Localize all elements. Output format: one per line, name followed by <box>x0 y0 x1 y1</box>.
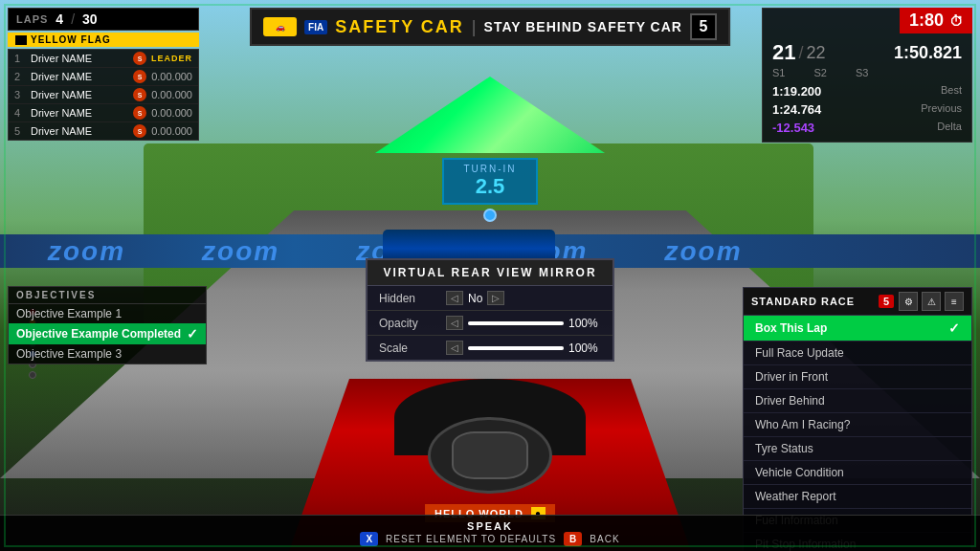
safety-car-banner: 🚗 FIA SAFETY CAR | STAY BEHIND SAFETY CA… <box>250 8 730 46</box>
arrow-left-scale-icon[interactable]: ◁ <box>446 341 463 355</box>
pos-badge: S <box>133 52 146 65</box>
mfd-item-label: Box This Lap <box>755 321 827 335</box>
mirror-scale-row: Scale ◁ 100% <box>368 336 612 360</box>
laps-total: 30 <box>82 11 98 27</box>
position-display: 21 / 22 1:50.821 <box>772 40 962 65</box>
zoom-text-2: zoom <box>202 236 279 267</box>
turnin-arrow <box>346 77 634 153</box>
position-table: 1 Driver NAME S LEADER 2 Driver NAME S 0… <box>8 49 199 141</box>
turnin-value: 2.5 <box>463 174 516 199</box>
mfd-badge: 5 <box>879 295 894 308</box>
lap-time: 1:50.821 <box>894 43 962 63</box>
fia-logo: FIA <box>304 20 327 34</box>
delta-label: Delta <box>937 121 962 135</box>
stay-behind-text: STAY BEHIND SAFETY CAR <box>484 19 682 34</box>
mfd-item-full-race-update[interactable]: Full Race Update <box>744 342 971 365</box>
arrow-left-opacity-icon[interactable]: ◁ <box>446 316 463 330</box>
arrow-right-icon[interactable]: ▷ <box>487 291 504 305</box>
pos-time: 0.00.000 <box>151 125 192 137</box>
arrow-left-icon[interactable]: ◁ <box>446 291 463 305</box>
pos-name: Driver NAME <box>31 71 128 82</box>
scale-slider[interactable] <box>468 346 564 350</box>
laps-bar: LAPS 4 / 30 <box>8 8 199 31</box>
bottom-bar: SPEAK X RESET ELEMENT TO DEFAULTS B BACK <box>0 515 980 551</box>
objective-label-3: Objective Example 3 <box>16 347 122 361</box>
timing-row-delta: -12.543 Delta <box>772 119 962 137</box>
objectives-panel: OBJECTIVES Objective Example 1 Objective… <box>8 286 207 364</box>
timing-row-best: 1:19.200 Best <box>772 82 962 100</box>
opacity-slider[interactable] <box>468 321 564 325</box>
divider: | <box>472 17 477 37</box>
zoom-text-5: zoom <box>664 236 742 267</box>
lap-count-badge: 5 <box>690 13 717 40</box>
table-row: 4 Driver NAME S 0.00.000 <box>9 104 198 122</box>
mfd-item-vehicle-condition[interactable]: Vehicle Condition <box>744 461 971 485</box>
mfd-check-icon: ✓ <box>948 320 960 336</box>
pos-time: 0.00.000 <box>151 107 192 119</box>
pos-badge: S <box>133 124 146 138</box>
mfd-item-tyre-status[interactable]: Tyre Status <box>744 437 971 461</box>
scale-value: 100% <box>568 342 598 355</box>
position-total: 22 <box>807 43 826 63</box>
pos-time: 0.00.000 <box>151 71 192 82</box>
yellow-flag-label: YELLOW FLAG <box>31 34 111 45</box>
mirror-modal: VIRTUAL REAR VIEW MIRROR Hidden ◁ No ▷ O… <box>366 258 614 362</box>
back-label: BACK <box>590 534 619 544</box>
mfd-icon-warning[interactable]: ⚠ <box>922 292 941 311</box>
laps-divider: / <box>71 11 75 27</box>
timer-value: 1:80 <box>909 11 944 31</box>
reset-label: RESET ELEMENT TO DEFAULTS <box>386 534 556 544</box>
btn-x[interactable]: X <box>360 532 378 546</box>
pos-name: Driver NAME <box>31 107 128 119</box>
objective-label-1: Objective Example 1 <box>16 307 122 320</box>
previous-time: 1:24.764 <box>772 102 821 117</box>
timing-rows: 1:19.200 Best 1:24.764 Previous -12.543 … <box>772 82 962 137</box>
mfd-item-who-am-i-racing[interactable]: Who Am I Racing? <box>744 413 971 437</box>
mfd-item-driver-in-front[interactable]: Driver in Front <box>744 365 971 389</box>
timing-row-previous: 1:24.764 Previous <box>772 100 962 119</box>
pos-leader: LEADER <box>151 54 192 63</box>
check-icon: ✓ <box>187 326 198 342</box>
mfd-icons: ⚙ ⚠ ≡ <box>899 292 964 311</box>
table-row: 1 Driver NAME S LEADER <box>9 50 198 68</box>
flag-icon <box>15 35 27 45</box>
mirror-hidden-row: Hidden ◁ No ▷ <box>368 286 612 311</box>
mfd-item-weather-report[interactable]: Weather Report <box>744 485 971 509</box>
objective-item-3: Objective Example 3 <box>9 344 206 364</box>
mirror-hidden-toggle[interactable]: ◁ No ▷ <box>446 291 504 305</box>
opacity-value: 100% <box>568 317 598 330</box>
mfd-item-label: Full Race Update <box>755 346 844 360</box>
position-current: 21 <box>772 40 795 65</box>
mfd-header: STANDARD RACE 5 ⚙ ⚠ ≡ <box>744 288 971 316</box>
gear-dot-off2 <box>29 371 36 379</box>
pos-num: 2 <box>14 71 26 82</box>
top-left-panel: LAPS 4 / 30 YELLOW FLAG 1 Driver NAME S … <box>8 8 199 141</box>
timer-icon: ⏱ <box>949 13 963 29</box>
mfd-item-label: Tyre Status <box>755 442 813 455</box>
mfd-item-box-this-lap[interactable]: Box This Lap ✓ <box>744 316 971 342</box>
turnin-dot <box>483 209 497 222</box>
pos-badge: S <box>133 70 146 83</box>
mfd-item-label: Driver in Front <box>755 370 828 384</box>
table-row: 2 Driver NAME S 0.00.000 <box>9 68 198 86</box>
table-row: 3 Driver NAME S 0.00.000 <box>9 86 198 104</box>
yellow-flag-bar: YELLOW FLAG <box>8 33 199 47</box>
mfd-icon-settings[interactable]: ⚙ <box>899 292 918 311</box>
sector-s1: S1 <box>772 67 785 78</box>
objective-label-completed: Objective Example Completed <box>16 327 181 341</box>
objective-item-1: Objective Example 1 <box>9 304 206 323</box>
pos-badge: S <box>133 106 146 120</box>
delta-time: -12.543 <box>772 121 814 135</box>
sector-s2: S2 <box>813 67 826 78</box>
mfd-item-driver-behind[interactable]: Driver Behind <box>744 389 971 413</box>
mfd-icon-list[interactable]: ≡ <box>945 292 964 311</box>
steering-wheel-inner <box>452 431 528 479</box>
steering-wheel <box>428 417 552 494</box>
btn-b[interactable]: B <box>564 532 582 546</box>
mfd-item-label: Weather Report <box>755 490 836 503</box>
speak-label: SPEAK <box>467 520 513 532</box>
objective-item-completed: Objective Example Completed ✓ <box>9 323 206 344</box>
mirror-modal-title: VIRTUAL REAR VIEW MIRROR <box>368 260 612 286</box>
best-time: 1:19.200 <box>772 84 821 99</box>
pos-badge: S <box>133 88 146 101</box>
